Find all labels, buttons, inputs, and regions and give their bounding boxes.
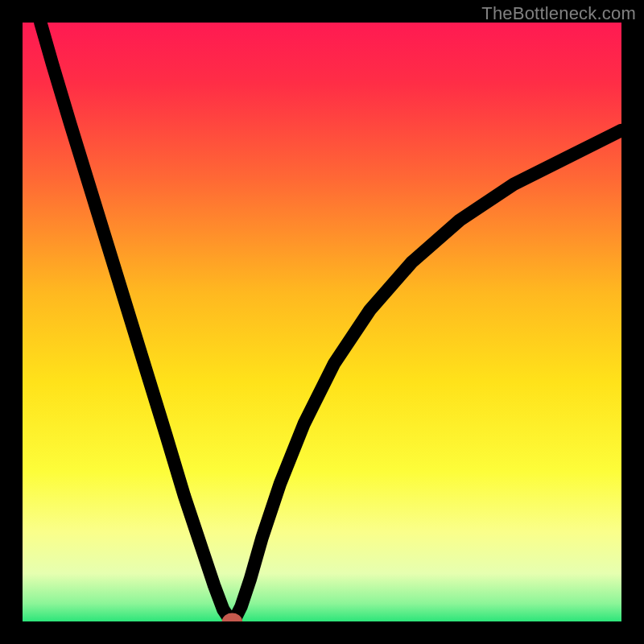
watermark-text: TheBottleneck.com [481,3,636,24]
bottleneck-chart [23,23,621,621]
optimal-point-marker [225,616,239,621]
gradient-background [23,23,621,621]
chart-frame: TheBottleneck.com [0,0,644,644]
